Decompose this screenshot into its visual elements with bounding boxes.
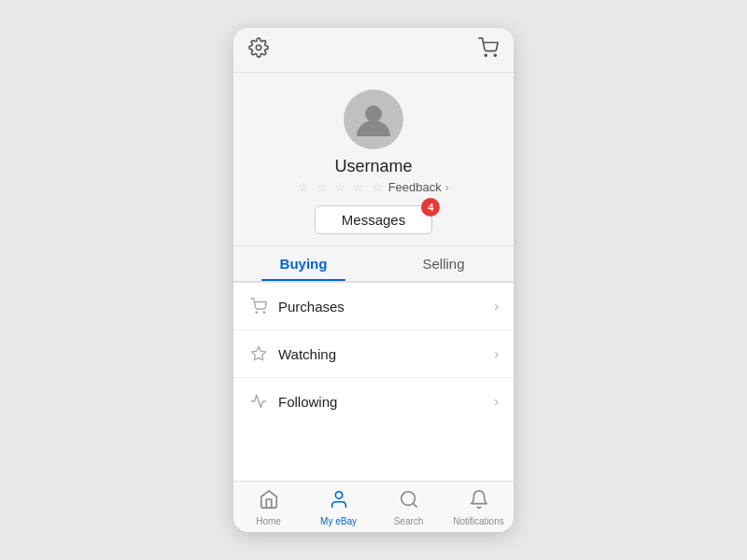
following-icon [248,391,269,412]
following-chevron-icon: › [494,394,499,409]
tab-selling[interactable]: Selling [374,246,514,281]
messages-badge: 4 [421,198,440,217]
following-item[interactable]: Following › [233,378,514,425]
search-label: Search [394,516,424,526]
svg-point-0 [256,45,261,50]
phone-screen: Username ☆ ☆ ☆ ☆ ☆ Feedback › Messages 4… [233,28,514,532]
feedback-chevron-icon: › [445,181,449,194]
home-icon [259,489,279,514]
bottom-nav: Home My eBay Search [233,481,514,532]
watching-item[interactable]: Watching › [233,330,514,378]
svg-point-7 [335,492,342,498]
top-bar [233,28,514,73]
home-label: Home [256,516,281,526]
myebay-icon [329,489,349,514]
avatar [344,90,403,149]
watching-icon [248,343,269,364]
purchases-item[interactable]: Purchases › [233,283,514,330]
feedback-link[interactable]: Feedback [388,180,442,194]
svg-marker-6 [252,347,266,360]
tabs-row: Buying Selling [233,246,514,282]
following-label: Following [278,394,494,410]
bell-icon [469,489,489,514]
tab-buying[interactable]: Buying [233,246,374,281]
myebay-label: My eBay [320,516,357,526]
star-rating: ☆ ☆ ☆ ☆ ☆ [298,180,384,194]
purchases-icon [248,296,269,316]
search-icon [399,489,419,514]
svg-point-4 [256,312,258,314]
nav-notifications[interactable]: Notifications [444,487,514,528]
feedback-row: ☆ ☆ ☆ ☆ ☆ Feedback › [298,180,449,194]
svg-point-3 [365,105,382,122]
watching-chevron-icon: › [494,346,499,361]
nav-search[interactable]: Search [374,487,444,528]
purchases-chevron-icon: › [494,299,499,314]
watching-label: Watching [278,346,494,362]
messages-button[interactable]: Messages [315,205,432,234]
nav-myebay[interactable]: My eBay [303,487,374,528]
username: Username [334,157,412,176]
profile-section: Username ☆ ☆ ☆ ☆ ☆ Feedback › Messages 4 [233,73,514,246]
svg-line-9 [413,503,416,507]
notifications-label: Notifications [453,516,503,526]
svg-point-2 [494,54,496,56]
messages-button-wrap: Messages 4 [315,205,432,234]
cart-icon[interactable] [478,37,499,63]
settings-icon[interactable] [248,37,269,63]
purchases-label: Purchases [278,299,494,315]
nav-home[interactable]: Home [233,487,303,528]
svg-point-5 [263,312,265,314]
menu-list: Purchases › Watching › Following › [233,282,514,481]
svg-point-1 [485,54,486,56]
